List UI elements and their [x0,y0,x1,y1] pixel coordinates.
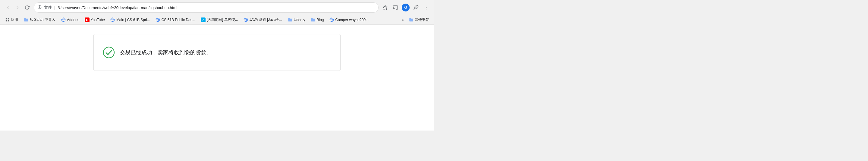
browser-chrome: ℹ 文件 | /Users/wayne/Documents/web%20deve… [0,0,434,25]
globe-icon-addons [61,18,66,22]
file-label: 文件 [44,5,52,10]
bookmark-cs61b-main-label: Main | CS 61B Spri... [116,18,150,22]
address-separator: | [54,5,55,10]
forward-button[interactable] [13,3,22,12]
apps-icon [5,18,10,22]
folder-icon-blog [311,18,315,22]
nav-buttons [4,3,31,12]
bookmark-blog-label: Blog [317,18,324,22]
globe-icon-camper [330,18,334,22]
title-bar: ℹ 文件 | /Users/wayne/Documents/web%20deve… [0,0,434,15]
toolbar-icons: G [381,3,430,12]
svg-rect-10 [7,18,9,19]
svg-marker-2 [383,5,388,10]
svg-point-7 [426,7,427,8]
svg-point-23 [103,47,114,58]
cast-button[interactable] [391,3,400,12]
profile-avatar: G [402,4,410,11]
bookmark-other-label: 其他书签 [415,17,429,22]
bookmark-addons-label: Addons [67,18,79,22]
globe-icon-java [244,18,248,22]
more-button[interactable] [422,3,430,12]
extensions-button[interactable] [412,3,420,12]
bookmark-youtube[interactable]: ▶ YouTube [82,17,107,23]
svg-rect-11 [5,20,7,22]
bookmarks-bar: 应用 从 Safari 中导入 Addons ▶ YouTube Main [0,15,434,25]
svg-text:ℹ: ℹ [39,6,40,8]
bookmark-star-button[interactable] [381,3,390,12]
bookmark-java[interactable]: JAVA 基础 |Java全... [241,16,285,23]
bookmark-other[interactable]: 其他书签 [406,16,432,23]
bookmark-tianmao[interactable]: ✓ [天猫前端] 单纯使... [198,16,241,23]
address-text[interactable]: /Users/wayne/Documents/web%20develop/tia… [58,5,375,10]
bookmark-cs61b-public-label: CS 61B Public Das... [161,18,195,22]
svg-rect-12 [7,20,9,22]
svg-point-8 [426,9,427,9]
globe-icon-cs61b-main [110,18,115,22]
more-bookmarks-button[interactable]: » [400,17,406,23]
folder-icon-udemy [287,18,292,22]
page-content: 交易已经成功，卖家将收到您的货款。 [0,25,434,131]
success-row: 交易已经成功，卖家将收到您的货款。 [103,46,331,59]
reload-button[interactable] [23,3,31,12]
bookmark-cs61b-main[interactable]: Main | CS 61B Spri... [108,17,153,23]
security-icon: ℹ [38,5,41,10]
success-message: 交易已经成功，卖家将收到您的货款。 [120,49,212,56]
svg-point-6 [426,6,427,6]
bookmark-cs61b-public[interactable]: CS 61B Public Das... [153,17,198,23]
tianmao-favicon: ✓ [201,18,206,22]
bookmark-tianmao-label: [天猫前端] 单纯使... [207,17,238,22]
back-button[interactable] [4,3,12,12]
bookmark-safari-label: 从 Safari 中导入 [30,17,56,22]
account-button[interactable]: G [401,3,410,12]
bookmark-safari-import[interactable]: 从 Safari 中导入 [21,16,58,23]
bookmark-java-label: JAVA 基础 |Java全... [250,17,282,22]
bookmark-camper[interactable]: Camper wayne299'... [327,17,372,23]
folder-icon-other [409,18,413,22]
bookmark-blog[interactable]: Blog [308,17,327,23]
main-container: 交易已经成功，卖家将收到您的货款。 [93,34,341,71]
folder-icon-safari [24,18,28,22]
bookmark-udemy[interactable]: Udemy [285,17,307,23]
bookmark-apps-label: 应用 [11,17,18,22]
more-bookmarks: » 其他书签 [400,16,432,23]
address-bar[interactable]: ℹ 文件 | /Users/wayne/Documents/web%20deve… [34,2,378,13]
bookmark-apps[interactable]: 应用 [2,16,21,23]
success-icon [103,46,115,59]
youtube-favicon: ▶ [85,18,90,22]
globe-icon-cs61b-public [156,18,160,22]
bookmark-camper-label: Camper wayne299'... [336,18,370,22]
bookmark-addons[interactable]: Addons [59,17,82,23]
bookmark-udemy-label: Udemy [293,18,305,22]
svg-rect-9 [5,18,7,19]
bookmark-youtube-label: YouTube [91,18,105,22]
